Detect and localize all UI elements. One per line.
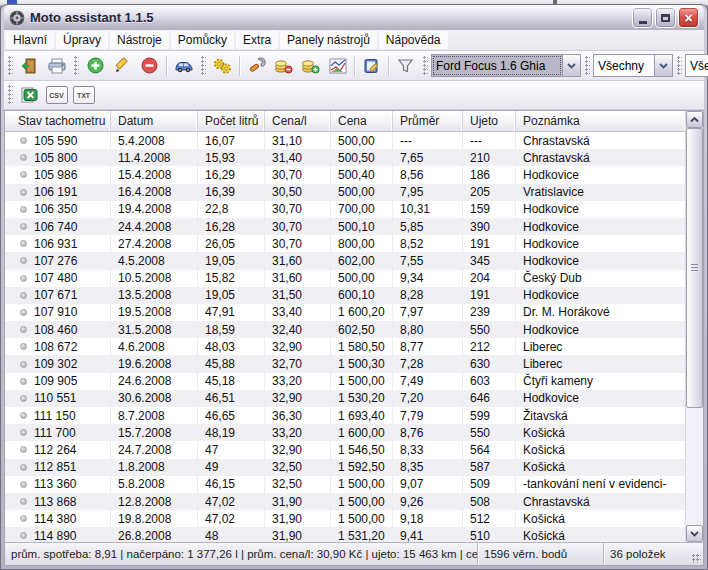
column-header-distance[interactable]: Ujeto: [463, 111, 516, 131]
table-row[interactable]: 108 672 4.6.2008 48,03 32,90 1 580,50 8,…: [5, 338, 685, 355]
toolbar-grip[interactable]: [8, 56, 13, 76]
table-row[interactable]: 106 350 19.4.2008 22,8 30,70 700,00 10,3…: [5, 201, 685, 218]
table-row[interactable]: 107 276 4.5.2008 19,05 31,60 602,00 7,55…: [5, 252, 685, 269]
cell-date: 27.4.2008: [111, 235, 198, 252]
minimize-button[interactable]: [632, 7, 653, 28]
toolbar-grip[interactable]: [74, 56, 79, 76]
menu-panely-nastroju[interactable]: Panely nástrojů: [280, 31, 377, 49]
cell-note: Žitavská: [516, 407, 685, 424]
column-header-price[interactable]: Cena: [331, 111, 393, 131]
filter-button[interactable]: [392, 54, 419, 78]
record-filter-select[interactable]: Všechny: [593, 54, 673, 77]
export-xls-button[interactable]: [16, 83, 43, 107]
records-table: Stav tachometru Datum Počet litrů Cena/l…: [4, 110, 704, 542]
scroll-down-button[interactable]: [686, 525, 703, 542]
table-row[interactable]: 109 302 19.6.2008 45,88 32,70 1 500,30 7…: [5, 355, 685, 372]
cell-liters: 16,28: [198, 218, 265, 235]
column-header-date[interactable]: Datum: [111, 111, 198, 131]
table-row[interactable]: 110 551 30.6.2008 46,51 32,90 1 530,20 7…: [5, 390, 685, 407]
scope-select[interactable]: Vše: [685, 54, 708, 77]
table-row[interactable]: 106 931 27.4.2008 26,05 30,70 800,00 8,5…: [5, 235, 685, 252]
scroll-up-button[interactable]: [686, 111, 703, 128]
scrollbar-track[interactable]: [686, 128, 703, 525]
column-header-average[interactable]: Průměr: [393, 111, 463, 131]
app-window: Moto assistant 1.1.5 × Hlavní Úpravy Nás…: [0, 4, 708, 570]
menu-upravy[interactable]: Úpravy: [56, 31, 108, 49]
titlebar[interactable]: Moto assistant 1.1.5 ×: [4, 5, 704, 30]
status-item-count: 36 položek: [604, 543, 690, 565]
cell-odometer: 105 590: [5, 132, 111, 149]
toolbar-grip[interactable]: [201, 56, 206, 76]
menu-extra[interactable]: Extra: [236, 31, 278, 49]
table-row[interactable]: 113 360 5.8.2008 46,15 32,50 1 500,00 9,…: [5, 476, 685, 493]
cell-price: 500,00: [331, 132, 393, 149]
vehicle-select[interactable]: Ford Focus 1.6 Ghia: [431, 54, 581, 77]
print-button[interactable]: [43, 54, 70, 78]
add-record-button[interactable]: [82, 54, 109, 78]
close-button[interactable]: ×: [678, 7, 699, 28]
car-icon: [174, 59, 194, 73]
table-row[interactable]: 106 740 24.4.2008 16,28 30,70 500,10 5,8…: [5, 218, 685, 235]
table-row[interactable]: 111 150 8.7.2008 46,65 36,30 1 693,40 7,…: [5, 407, 685, 424]
cell-distance: 599: [463, 407, 516, 424]
scrollbar-thumb[interactable]: [686, 128, 703, 408]
cell-price: 500,10: [331, 218, 393, 235]
menu-napoveda[interactable]: Nápověda: [379, 31, 448, 49]
cell-note: Košická: [516, 510, 685, 527]
cell-distance: 512: [463, 510, 516, 527]
table-row[interactable]: 108 460 31.5.2008 18,59 32,40 602,50 8,8…: [5, 321, 685, 338]
table-row[interactable]: 111 700 15.7.2008 48,19 33,20 1 600,00 8…: [5, 424, 685, 441]
column-header-price-per-liter[interactable]: Cena/l: [265, 111, 331, 131]
menu-hlavni[interactable]: Hlavní: [6, 31, 54, 49]
table-row[interactable]: 114 890 26.8.2008 48 31,90 1 531,20 9,41…: [5, 527, 685, 542]
expense-button[interactable]: [270, 54, 297, 78]
edit-record-button[interactable]: [109, 54, 136, 78]
income-button[interactable]: [297, 54, 324, 78]
menu-pomucky[interactable]: Pomůcky: [171, 31, 234, 49]
menu-nastroje[interactable]: Nástroje: [110, 31, 169, 49]
export-txt-button[interactable]: TXT: [70, 83, 97, 107]
cell-price-per-liter: 32,90: [265, 390, 331, 407]
column-header-note[interactable]: Poznámka: [516, 111, 685, 131]
exit-button[interactable]: [16, 54, 43, 78]
chevron-down-icon[interactable]: [654, 55, 672, 76]
chevron-down-icon[interactable]: [562, 55, 580, 76]
export-csv-button[interactable]: CSV: [43, 83, 70, 107]
table-row[interactable]: 109 905 24.6.2008 45,18 33,20 1 500,00 7…: [5, 373, 685, 390]
column-header-liters[interactable]: Počet litrů: [198, 111, 265, 131]
table-row[interactable]: 106 191 16.4.2008 16,39 30,50 500,00 7,9…: [5, 184, 685, 201]
table-row[interactable]: 107 910 19.5.2008 47,91 33,40 1 600,20 7…: [5, 304, 685, 321]
maximize-button[interactable]: [655, 7, 676, 28]
cell-liters: 47: [198, 441, 265, 458]
resize-grip[interactable]: [690, 543, 703, 565]
cell-distance: ---: [463, 132, 516, 149]
cell-date: 19.5.2008: [111, 304, 198, 321]
cell-liters: 47,02: [198, 493, 265, 510]
coins-minus-icon: [274, 58, 293, 74]
table-row[interactable]: 113 868 12.8.2008 47,02 31,90 1 500,00 9…: [5, 493, 685, 510]
table-row[interactable]: 105 986 15.4.2008 16,29 30,70 500,40 8,5…: [5, 166, 685, 183]
vertical-scrollbar[interactable]: [685, 111, 703, 542]
column-header-odometer[interactable]: Stav tachometru: [5, 111, 111, 131]
toolbar-grip[interactable]: [585, 56, 590, 76]
delete-record-button[interactable]: [136, 54, 163, 78]
table-row[interactable]: 112 851 1.8.2008 49 32,50 1 592,50 8,35 …: [5, 459, 685, 476]
cell-liters: 16,29: [198, 166, 265, 183]
maximize-icon: [661, 14, 670, 22]
table-row[interactable]: 107 671 13.5.2008 19,05 31,50 600,10 8,2…: [5, 287, 685, 304]
toolbar-grip[interactable]: [8, 85, 13, 105]
table-row[interactable]: 105 590 5.4.2008 16,07 31,10 500,00 --- …: [5, 132, 685, 149]
table-row[interactable]: 105 800 11.4.2008 15,93 31,40 500,50 7,6…: [5, 149, 685, 166]
vehicle-button[interactable]: [170, 54, 197, 78]
settings-button[interactable]: [209, 54, 236, 78]
statistics-button[interactable]: [324, 54, 351, 78]
cell-date: 15.4.2008: [111, 166, 198, 183]
table-row[interactable]: 112 264 24.7.2008 47 32,90 1 546,50 8,33…: [5, 441, 685, 458]
cell-odometer: 108 672: [5, 338, 111, 355]
notes-button[interactable]: [358, 54, 385, 78]
toolbar-grip[interactable]: [677, 56, 682, 76]
table-row[interactable]: 114 380 19.8.2008 47,02 31,90 1 500,00 9…: [5, 510, 685, 527]
toolbar-grip[interactable]: [423, 56, 428, 76]
service-button[interactable]: [243, 54, 270, 78]
table-row[interactable]: 107 480 10.5.2008 15,82 31,60 500,00 9,3…: [5, 270, 685, 287]
